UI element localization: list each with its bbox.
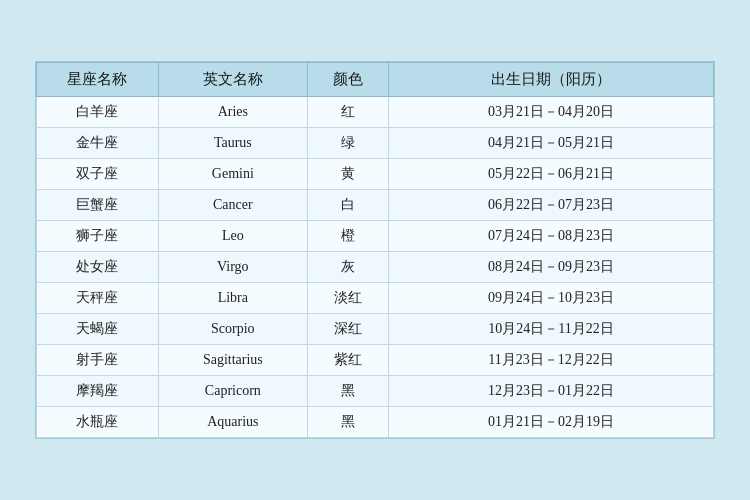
cell-en: Taurus [158, 128, 307, 159]
header-color: 颜色 [307, 63, 388, 97]
cell-color: 橙 [307, 221, 388, 252]
table-row: 金牛座Taurus绿04月21日－05月21日 [37, 128, 714, 159]
cell-date: 05月22日－06月21日 [389, 159, 714, 190]
cell-en: Aries [158, 97, 307, 128]
cell-date: 11月23日－12月22日 [389, 345, 714, 376]
table-row: 天蝎座Scorpio深红10月24日－11月22日 [37, 314, 714, 345]
cell-zh: 天蝎座 [37, 314, 159, 345]
cell-date: 04月21日－05月21日 [389, 128, 714, 159]
cell-date: 09月24日－10月23日 [389, 283, 714, 314]
cell-en: Leo [158, 221, 307, 252]
cell-date: 06月22日－07月23日 [389, 190, 714, 221]
cell-date: 10月24日－11月22日 [389, 314, 714, 345]
cell-color: 白 [307, 190, 388, 221]
cell-color: 深红 [307, 314, 388, 345]
header-en: 英文名称 [158, 63, 307, 97]
table-row: 巨蟹座Cancer白06月22日－07月23日 [37, 190, 714, 221]
cell-zh: 摩羯座 [37, 376, 159, 407]
cell-en: Cancer [158, 190, 307, 221]
cell-color: 紫红 [307, 345, 388, 376]
cell-en: Scorpio [158, 314, 307, 345]
table-row: 白羊座Aries红03月21日－04月20日 [37, 97, 714, 128]
cell-color: 黑 [307, 376, 388, 407]
table-row: 摩羯座Capricorn黑12月23日－01月22日 [37, 376, 714, 407]
table-header-row: 星座名称 英文名称 颜色 出生日期（阳历） [37, 63, 714, 97]
cell-en: Sagittarius [158, 345, 307, 376]
table-row: 处女座Virgo灰08月24日－09月23日 [37, 252, 714, 283]
cell-date: 01月21日－02月19日 [389, 407, 714, 438]
cell-zh: 处女座 [37, 252, 159, 283]
cell-color: 黑 [307, 407, 388, 438]
cell-zh: 水瓶座 [37, 407, 159, 438]
header-zh: 星座名称 [37, 63, 159, 97]
table-row: 天秤座Libra淡红09月24日－10月23日 [37, 283, 714, 314]
table-body: 白羊座Aries红03月21日－04月20日金牛座Taurus绿04月21日－0… [37, 97, 714, 438]
cell-color: 灰 [307, 252, 388, 283]
cell-date: 07月24日－08月23日 [389, 221, 714, 252]
cell-date: 08月24日－09月23日 [389, 252, 714, 283]
cell-date: 12月23日－01月22日 [389, 376, 714, 407]
table-row: 双子座Gemini黄05月22日－06月21日 [37, 159, 714, 190]
cell-en: Libra [158, 283, 307, 314]
cell-color: 绿 [307, 128, 388, 159]
cell-zh: 射手座 [37, 345, 159, 376]
zodiac-table: 星座名称 英文名称 颜色 出生日期（阳历） 白羊座Aries红03月21日－04… [36, 62, 714, 438]
cell-en: Aquarius [158, 407, 307, 438]
cell-en: Virgo [158, 252, 307, 283]
header-date: 出生日期（阳历） [389, 63, 714, 97]
cell-zh: 金牛座 [37, 128, 159, 159]
table-row: 射手座Sagittarius紫红11月23日－12月22日 [37, 345, 714, 376]
cell-en: Gemini [158, 159, 307, 190]
cell-color: 淡红 [307, 283, 388, 314]
cell-zh: 狮子座 [37, 221, 159, 252]
cell-color: 黄 [307, 159, 388, 190]
cell-date: 03月21日－04月20日 [389, 97, 714, 128]
cell-zh: 巨蟹座 [37, 190, 159, 221]
zodiac-table-container: 星座名称 英文名称 颜色 出生日期（阳历） 白羊座Aries红03月21日－04… [35, 61, 715, 439]
cell-color: 红 [307, 97, 388, 128]
cell-zh: 双子座 [37, 159, 159, 190]
cell-zh: 白羊座 [37, 97, 159, 128]
cell-en: Capricorn [158, 376, 307, 407]
table-row: 水瓶座Aquarius黑01月21日－02月19日 [37, 407, 714, 438]
table-row: 狮子座Leo橙07月24日－08月23日 [37, 221, 714, 252]
cell-zh: 天秤座 [37, 283, 159, 314]
